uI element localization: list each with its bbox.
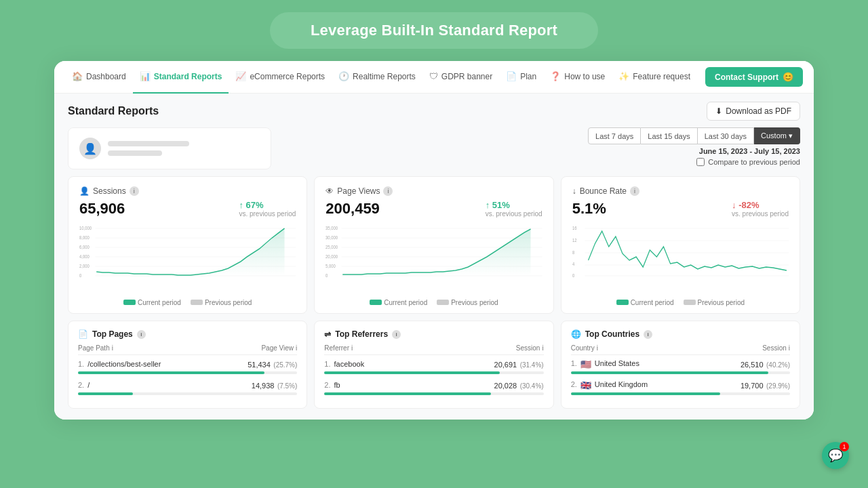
last-15-days-button[interactable]: Last 15 days [641,127,697,144]
referrer-bar-2 [324,392,491,395]
bounce-rate-legend: Current period Previous period [572,299,789,306]
nav-feature-request[interactable]: ✨ Feature request [612,61,697,94]
top-referrers-info-icon: i [392,330,401,339]
nav-standard-reports[interactable]: 📊 Standard Reports [133,61,229,94]
page-views-card: 👁 Page Views i 200,459 ↑ 51% vs. previou… [314,176,553,314]
nav-dashboard[interactable]: 🏠 Dashboard [65,61,133,94]
svg-text:8,000: 8,000 [79,235,90,241]
nav-ecommerce-reports[interactable]: 📈 eCommerce Reports [229,61,332,94]
custom-date-button[interactable]: Custom ▾ [754,127,800,144]
ecommerce-icon: 📈 [235,71,246,81]
country-bar-1 [571,371,768,374]
nav-plan[interactable]: 📄 Plan [499,61,543,94]
bounce-rate-value-row: 5.1% ↓ -82% vs. previous period [572,200,789,218]
content-area: Standard Reports ⬇ Download as PDF 👤 Las… [54,94,814,420]
sessions-vs-prev: vs. previous period [239,210,296,218]
page-views-vs-prev: vs. previous period [486,210,542,218]
svg-marker-25 [343,229,531,276]
bounce-rate-value: 5.1% [572,200,606,218]
country-info: i [597,344,598,352]
page-views-value: 200,459 [326,200,380,218]
sessions-header: 👤 Sessions i [79,186,296,196]
svg-text:6,000: 6,000 [79,245,90,250]
svg-text:30,000: 30,000 [326,235,338,241]
sessions-change-pct: ↑ 67% [239,200,296,210]
sessions-change: ↑ 67% vs. previous period [239,200,296,218]
previous-period-label: Previous period [205,299,252,306]
page-views-value-row: 200,459 ↑ 51% vs. previous period [326,200,542,218]
top-pages-headers: Page Path i Page View i [78,344,297,355]
main-card: 🏠 Dashboard 📊 Standard Reports 📈 eCommer… [54,61,814,420]
content-header: Standard Reports ⬇ Download as PDF [68,102,800,121]
page-views-chart: 35,000 30,000 25,000 20,000 5,000 0 [326,223,542,298]
sessions-value: 65,906 [79,200,125,218]
bounce-rate-change-pct: ↓ -82% [732,200,789,210]
svg-text:25,000: 25,000 [326,245,338,250]
metrics-grid: 👤 Sessions i 65,906 ↑ 67% vs. previous p… [68,176,800,314]
bounce-rate-icon: ↓ [572,186,576,196]
nav-how-to-use[interactable]: ❓ How to use [543,61,612,94]
top-countries-title: 🌐 Top Countries i [571,329,790,339]
top-countries-row-2: 2. 🇬🇧 United Kingdom 19,700 (29.9%) [571,379,790,395]
top-pages-info-icon: i [137,330,146,339]
top-pages-bar-1 [78,371,264,374]
svg-text:0: 0 [326,273,328,279]
smiley-icon: 😊 [783,72,793,82]
chat-button[interactable]: 💬 1 [822,442,849,469]
bottom-grid: 📄 Top Pages i Page Path i Page View i [68,321,800,409]
feature-icon: ✨ [618,71,629,81]
us-flag: 🇺🇸 [580,359,591,369]
top-pages-card: 📄 Top Pages i Page Path i Page View i [68,321,307,409]
referrer-info: i [351,344,353,352]
top-pages-row-1: 1. /collections/best-seller 51,434 (25.7… [78,358,297,374]
compare-period-checkbox[interactable] [696,158,705,166]
profile-line-1 [108,141,189,146]
svg-text:4,000: 4,000 [79,254,90,260]
page-title: Standard Reports [68,105,159,117]
profile-card: 👤 [68,127,271,169]
bounce-rate-vs-prev: vs. previous period [732,210,789,218]
top-referrers-headers: Referrer i Session i [324,344,543,355]
svg-text:4: 4 [572,262,575,267]
svg-text:16: 16 [572,226,577,231]
sessions-value-row: 65,906 ↑ 67% vs. previous period [79,200,296,218]
download-icon: ⬇ [715,106,722,116]
page-views-info-icon: i [383,186,393,196]
nav-gdpr-banner[interactable]: 🛡 GDPR banner [422,61,499,94]
top-referrers-card: ⇌ Top Referrers i Referrer i Session i [314,321,553,409]
top-countries-info-icon: i [644,330,652,339]
last-7-days-button[interactable]: Last 7 days [588,127,641,144]
gdpr-icon: 🛡 [429,71,438,81]
svg-text:0: 0 [79,273,82,279]
compare-period-row: Compare to previous period [696,158,800,166]
top-pages-title: 📄 Top Pages i [78,329,297,339]
current-period-label: Current period [138,299,181,306]
profile-line-2 [108,150,162,156]
standard-reports-icon: 📊 [140,71,151,81]
page-views-legend: Current period Previous period [326,299,542,306]
svg-text:10,000: 10,000 [79,226,92,231]
bounce-rate-card: ↓ Bounce Rate i 5.1% ↓ -82% vs. previous… [561,176,800,314]
top-pages-bar-2 [78,392,133,395]
date-filter-group: Last 7 days Last 15 days Last 30 days Cu… [588,127,800,166]
svg-text:20,000: 20,000 [326,254,338,260]
chat-badge: 1 [840,442,849,451]
profile-lines [108,141,189,156]
last-30-days-button[interactable]: Last 30 days [698,127,754,144]
session-info: i [542,344,543,352]
svg-text:0: 0 [572,273,575,279]
filter-row: 👤 Last 7 days Last 15 days Last 30 days … [68,127,800,169]
svg-text:8: 8 [572,250,575,256]
contact-support-button[interactable]: Contact Support 😊 [705,67,803,87]
page-view-info: i [296,344,297,352]
download-pdf-button[interactable]: ⬇ Download as PDF [707,102,800,121]
svg-marker-12 [96,228,284,276]
top-referrers-row-2: 2. fb 20,028 (30.4%) [324,379,543,395]
realtime-icon: 🕐 [338,71,349,81]
sessions-chart: 10,000 8,000 6,000 4,000 2,000 0 [79,223,296,298]
top-referrers-title: ⇌ Top Referrers i [324,329,543,339]
page-banner: Leverage Built-In Standard Report [270,12,598,49]
top-countries-card: 🌐 Top Countries i Country i Session i [561,321,800,409]
nav-realtime-reports[interactable]: 🕐 Realtime Reports [332,61,422,94]
top-referrers-icon: ⇌ [324,329,331,339]
